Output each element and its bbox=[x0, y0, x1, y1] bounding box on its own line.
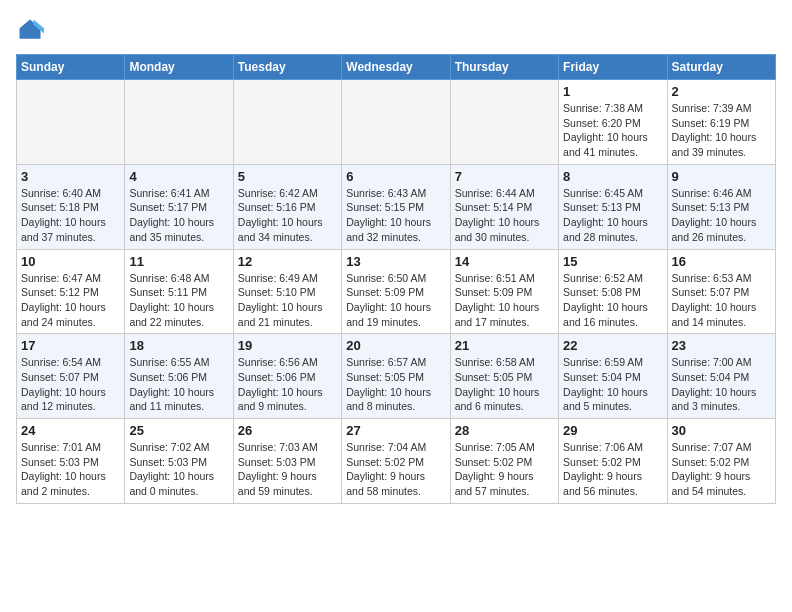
weekday-header-tuesday: Tuesday bbox=[233, 55, 341, 80]
day-number: 27 bbox=[346, 423, 445, 438]
day-info: Sunrise: 6:57 AM Sunset: 5:05 PM Dayligh… bbox=[346, 355, 445, 414]
day-info: Sunrise: 6:50 AM Sunset: 5:09 PM Dayligh… bbox=[346, 271, 445, 330]
day-info: Sunrise: 6:43 AM Sunset: 5:15 PM Dayligh… bbox=[346, 186, 445, 245]
day-info: Sunrise: 6:49 AM Sunset: 5:10 PM Dayligh… bbox=[238, 271, 337, 330]
calendar-cell: 10Sunrise: 6:47 AM Sunset: 5:12 PM Dayli… bbox=[17, 249, 125, 334]
day-number: 12 bbox=[238, 254, 337, 269]
calendar-cell: 20Sunrise: 6:57 AM Sunset: 5:05 PM Dayli… bbox=[342, 334, 450, 419]
calendar-cell: 29Sunrise: 7:06 AM Sunset: 5:02 PM Dayli… bbox=[559, 419, 667, 504]
logo-icon bbox=[16, 16, 44, 44]
calendar-cell bbox=[125, 80, 233, 165]
calendar-cell: 17Sunrise: 6:54 AM Sunset: 5:07 PM Dayli… bbox=[17, 334, 125, 419]
day-info: Sunrise: 6:53 AM Sunset: 5:07 PM Dayligh… bbox=[672, 271, 771, 330]
day-info: Sunrise: 6:46 AM Sunset: 5:13 PM Dayligh… bbox=[672, 186, 771, 245]
day-number: 28 bbox=[455, 423, 554, 438]
weekday-header-monday: Monday bbox=[125, 55, 233, 80]
calendar-cell: 21Sunrise: 6:58 AM Sunset: 5:05 PM Dayli… bbox=[450, 334, 558, 419]
day-info: Sunrise: 7:39 AM Sunset: 6:19 PM Dayligh… bbox=[672, 101, 771, 160]
calendar-cell: 27Sunrise: 7:04 AM Sunset: 5:02 PM Dayli… bbox=[342, 419, 450, 504]
day-info: Sunrise: 7:06 AM Sunset: 5:02 PM Dayligh… bbox=[563, 440, 662, 499]
day-number: 22 bbox=[563, 338, 662, 353]
calendar-cell: 19Sunrise: 6:56 AM Sunset: 5:06 PM Dayli… bbox=[233, 334, 341, 419]
day-info: Sunrise: 7:07 AM Sunset: 5:02 PM Dayligh… bbox=[672, 440, 771, 499]
day-info: Sunrise: 6:55 AM Sunset: 5:06 PM Dayligh… bbox=[129, 355, 228, 414]
weekday-header-thursday: Thursday bbox=[450, 55, 558, 80]
day-number: 20 bbox=[346, 338, 445, 353]
day-number: 26 bbox=[238, 423, 337, 438]
weekday-header-friday: Friday bbox=[559, 55, 667, 80]
day-number: 3 bbox=[21, 169, 120, 184]
calendar-cell: 8Sunrise: 6:45 AM Sunset: 5:13 PM Daylig… bbox=[559, 164, 667, 249]
calendar-cell: 13Sunrise: 6:50 AM Sunset: 5:09 PM Dayli… bbox=[342, 249, 450, 334]
day-info: Sunrise: 6:54 AM Sunset: 5:07 PM Dayligh… bbox=[21, 355, 120, 414]
calendar-cell: 5Sunrise: 6:42 AM Sunset: 5:16 PM Daylig… bbox=[233, 164, 341, 249]
calendar-cell: 24Sunrise: 7:01 AM Sunset: 5:03 PM Dayli… bbox=[17, 419, 125, 504]
calendar-cell: 7Sunrise: 6:44 AM Sunset: 5:14 PM Daylig… bbox=[450, 164, 558, 249]
day-number: 17 bbox=[21, 338, 120, 353]
day-number: 10 bbox=[21, 254, 120, 269]
day-number: 8 bbox=[563, 169, 662, 184]
day-info: Sunrise: 7:00 AM Sunset: 5:04 PM Dayligh… bbox=[672, 355, 771, 414]
day-info: Sunrise: 6:40 AM Sunset: 5:18 PM Dayligh… bbox=[21, 186, 120, 245]
day-number: 5 bbox=[238, 169, 337, 184]
day-number: 11 bbox=[129, 254, 228, 269]
day-number: 14 bbox=[455, 254, 554, 269]
day-info: Sunrise: 6:44 AM Sunset: 5:14 PM Dayligh… bbox=[455, 186, 554, 245]
weekday-header-wednesday: Wednesday bbox=[342, 55, 450, 80]
day-info: Sunrise: 7:03 AM Sunset: 5:03 PM Dayligh… bbox=[238, 440, 337, 499]
calendar-cell: 16Sunrise: 6:53 AM Sunset: 5:07 PM Dayli… bbox=[667, 249, 775, 334]
day-info: Sunrise: 7:01 AM Sunset: 5:03 PM Dayligh… bbox=[21, 440, 120, 499]
day-number: 25 bbox=[129, 423, 228, 438]
calendar-cell: 18Sunrise: 6:55 AM Sunset: 5:06 PM Dayli… bbox=[125, 334, 233, 419]
day-number: 6 bbox=[346, 169, 445, 184]
day-number: 13 bbox=[346, 254, 445, 269]
calendar-cell: 3Sunrise: 6:40 AM Sunset: 5:18 PM Daylig… bbox=[17, 164, 125, 249]
calendar-cell: 4Sunrise: 6:41 AM Sunset: 5:17 PM Daylig… bbox=[125, 164, 233, 249]
calendar-cell: 2Sunrise: 7:39 AM Sunset: 6:19 PM Daylig… bbox=[667, 80, 775, 165]
day-number: 2 bbox=[672, 84, 771, 99]
calendar-cell: 25Sunrise: 7:02 AM Sunset: 5:03 PM Dayli… bbox=[125, 419, 233, 504]
day-info: Sunrise: 7:02 AM Sunset: 5:03 PM Dayligh… bbox=[129, 440, 228, 499]
header bbox=[16, 16, 776, 44]
day-info: Sunrise: 6:52 AM Sunset: 5:08 PM Dayligh… bbox=[563, 271, 662, 330]
day-info: Sunrise: 6:59 AM Sunset: 5:04 PM Dayligh… bbox=[563, 355, 662, 414]
day-number: 29 bbox=[563, 423, 662, 438]
svg-marker-0 bbox=[20, 20, 41, 39]
calendar-cell: 28Sunrise: 7:05 AM Sunset: 5:02 PM Dayli… bbox=[450, 419, 558, 504]
calendar-cell: 23Sunrise: 7:00 AM Sunset: 5:04 PM Dayli… bbox=[667, 334, 775, 419]
day-number: 30 bbox=[672, 423, 771, 438]
day-info: Sunrise: 6:45 AM Sunset: 5:13 PM Dayligh… bbox=[563, 186, 662, 245]
day-number: 9 bbox=[672, 169, 771, 184]
calendar-cell: 12Sunrise: 6:49 AM Sunset: 5:10 PM Dayli… bbox=[233, 249, 341, 334]
calendar: SundayMondayTuesdayWednesdayThursdayFrid… bbox=[16, 54, 776, 504]
day-info: Sunrise: 6:47 AM Sunset: 5:12 PM Dayligh… bbox=[21, 271, 120, 330]
day-number: 4 bbox=[129, 169, 228, 184]
day-info: Sunrise: 6:51 AM Sunset: 5:09 PM Dayligh… bbox=[455, 271, 554, 330]
day-number: 19 bbox=[238, 338, 337, 353]
day-info: Sunrise: 7:05 AM Sunset: 5:02 PM Dayligh… bbox=[455, 440, 554, 499]
calendar-cell: 15Sunrise: 6:52 AM Sunset: 5:08 PM Dayli… bbox=[559, 249, 667, 334]
calendar-cell: 14Sunrise: 6:51 AM Sunset: 5:09 PM Dayli… bbox=[450, 249, 558, 334]
day-info: Sunrise: 6:41 AM Sunset: 5:17 PM Dayligh… bbox=[129, 186, 228, 245]
calendar-cell: 30Sunrise: 7:07 AM Sunset: 5:02 PM Dayli… bbox=[667, 419, 775, 504]
day-number: 1 bbox=[563, 84, 662, 99]
day-info: Sunrise: 6:48 AM Sunset: 5:11 PM Dayligh… bbox=[129, 271, 228, 330]
day-info: Sunrise: 7:04 AM Sunset: 5:02 PM Dayligh… bbox=[346, 440, 445, 499]
weekday-header-sunday: Sunday bbox=[17, 55, 125, 80]
calendar-cell: 6Sunrise: 6:43 AM Sunset: 5:15 PM Daylig… bbox=[342, 164, 450, 249]
calendar-cell: 22Sunrise: 6:59 AM Sunset: 5:04 PM Dayli… bbox=[559, 334, 667, 419]
calendar-cell: 1Sunrise: 7:38 AM Sunset: 6:20 PM Daylig… bbox=[559, 80, 667, 165]
calendar-cell bbox=[233, 80, 341, 165]
day-info: Sunrise: 7:38 AM Sunset: 6:20 PM Dayligh… bbox=[563, 101, 662, 160]
day-info: Sunrise: 6:56 AM Sunset: 5:06 PM Dayligh… bbox=[238, 355, 337, 414]
day-info: Sunrise: 6:58 AM Sunset: 5:05 PM Dayligh… bbox=[455, 355, 554, 414]
day-number: 18 bbox=[129, 338, 228, 353]
calendar-cell bbox=[342, 80, 450, 165]
day-number: 23 bbox=[672, 338, 771, 353]
calendar-cell: 11Sunrise: 6:48 AM Sunset: 5:11 PM Dayli… bbox=[125, 249, 233, 334]
weekday-header-saturday: Saturday bbox=[667, 55, 775, 80]
day-number: 21 bbox=[455, 338, 554, 353]
day-number: 15 bbox=[563, 254, 662, 269]
calendar-cell: 9Sunrise: 6:46 AM Sunset: 5:13 PM Daylig… bbox=[667, 164, 775, 249]
calendar-cell: 26Sunrise: 7:03 AM Sunset: 5:03 PM Dayli… bbox=[233, 419, 341, 504]
